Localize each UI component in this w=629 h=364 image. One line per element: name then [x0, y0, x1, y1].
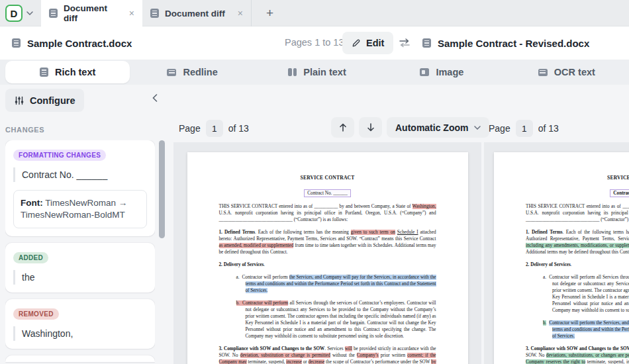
tab-plain-text[interactable]: Plain text	[255, 60, 379, 85]
change-quote: the	[13, 270, 147, 285]
page-count-label: of 13	[228, 123, 249, 134]
doc-paragraph: 2. Delivery of Services.	[526, 261, 629, 268]
page-label: Page	[489, 123, 510, 134]
left-document-viewport[interactable]: SERVICE CONTRACT Contract No. ______ THI…	[173, 142, 481, 364]
tab-rich-text[interactable]: Rich text	[5, 61, 130, 83]
rich-text-icon	[40, 68, 48, 77]
change-card-formatting[interactable]: FORMATTING CHANGES Contract No. ______ F…	[5, 140, 155, 236]
chevron-down-icon[interactable]	[26, 11, 33, 15]
window-tab-bar: D Document diff × Document diff × +	[0, 0, 629, 26]
font-change-label: Font:	[21, 198, 43, 208]
tab-label: OCR text	[554, 67, 595, 77]
right-file-group: Sample Contract - Revised.docx	[422, 26, 589, 60]
previous-page-button[interactable]	[331, 117, 354, 138]
change-card-added[interactable]: ADDED the	[5, 243, 155, 293]
document-icon	[422, 38, 431, 48]
redline-icon	[167, 69, 176, 76]
doc-paragraph: 1. Defined Terms. Each of the following …	[526, 229, 629, 255]
formatting-changes-badge: FORMATTING CHANGES	[13, 150, 106, 161]
next-page-button[interactable]	[359, 117, 382, 138]
left-file-group: Sample Contract.docx	[12, 26, 132, 60]
window-tab-2[interactable]: Document diff ×	[142, 0, 252, 26]
document-icon	[12, 38, 21, 48]
contract-no-box: Contract No. ______	[610, 189, 629, 197]
contract-no-line: Contract No. ______	[526, 185, 629, 197]
configure-button-label: Configure	[30, 95, 75, 106]
close-icon[interactable]: ×	[129, 8, 134, 19]
doc-paragraph: b. Contractor will perform all Services …	[236, 300, 436, 340]
tab-label: Rich text	[55, 67, 95, 77]
zoom-select-label: Automatic Zoom	[395, 122, 468, 133]
sliders-icon	[15, 96, 24, 105]
doc-title: SERVICE CONTRACT	[219, 175, 436, 181]
changes-heading: CHANGES	[5, 126, 44, 134]
changes-list[interactable]: FORMATTING CHANGES Contract No. ______ F…	[5, 140, 155, 364]
change-card-partial[interactable]	[5, 355, 155, 362]
document-icon	[150, 9, 159, 18]
change-quote: Washington,	[13, 326, 147, 341]
window-tab-label: Document diff	[64, 3, 123, 23]
changes-sidebar: Configure CHANGES FORMATTING CHANGES Con…	[0, 85, 172, 364]
tab-label: Redline	[183, 67, 217, 77]
tab-ocr-text[interactable]: OCR text	[505, 60, 629, 85]
tab-label: Image	[436, 67, 463, 77]
page-count-label: of 13	[538, 123, 559, 134]
doc-paragraph: b. Contractor will perform the Services,…	[543, 320, 629, 340]
right-pane-header: Page 1 of 13	[489, 118, 559, 139]
change-quote: Contract No. ______	[13, 167, 147, 182]
doc-paragraph: a. Contractor will perform all Services …	[543, 274, 629, 314]
swap-documents-icon[interactable]	[399, 38, 411, 48]
revised-document-page: SERVICE CONTRACT Contract No. ______ THI…	[494, 152, 629, 364]
tab-label: Plain text	[303, 67, 346, 77]
left-file-name: Sample Contract.docx	[27, 38, 132, 49]
contract-no-line: Contract No. ______	[219, 185, 436, 197]
close-icon[interactable]: ×	[238, 8, 243, 19]
pencil-icon	[352, 38, 361, 48]
window-tab-1[interactable]: Document diff ×	[41, 0, 142, 26]
doc-title: SERVICE CONTRACT	[526, 175, 629, 181]
edit-button[interactable]: Edit	[342, 32, 393, 54]
configure-button[interactable]: Configure	[5, 89, 84, 112]
image-icon	[420, 68, 429, 76]
plain-text-icon	[288, 68, 297, 76]
app-logo-letter: D	[11, 8, 18, 19]
zoom-select[interactable]: Automatic Zoom	[387, 117, 489, 138]
left-pane-header: Page 1 of 13	[179, 118, 249, 139]
contract-no-box: Contract No. ______	[304, 189, 351, 197]
right-file-name: Sample Contract - Revised.docx	[438, 38, 589, 49]
tab-redline[interactable]: Redline	[130, 60, 254, 85]
change-card-removed[interactable]: REMOVED Washington,	[5, 299, 155, 349]
file-header: Sample Contract.docx Pages 1 to 13 Edit …	[0, 26, 629, 60]
collapse-sidebar-icon[interactable]	[152, 94, 158, 102]
document-panes: Page 1 of 13 Automatic Zoom Page 1 of 13	[172, 85, 629, 364]
content-area: Configure CHANGES FORMATTING CHANGES Con…	[0, 85, 629, 364]
doc-body: THIS SERVICE CONTRACT entered into as of…	[526, 203, 629, 364]
window-tab-label: Document diff	[165, 9, 225, 19]
tab-image[interactable]: Image	[379, 60, 504, 85]
doc-paragraph: 1. Defined Terms. Each of the following …	[219, 229, 436, 255]
doc-paragraph: 3. Compliance with SOW and Changes to th…	[219, 345, 436, 364]
pages-range-label: Pages 1 to 13	[285, 37, 344, 48]
added-badge: ADDED	[13, 252, 48, 263]
chevron-down-icon	[474, 126, 481, 130]
doc-paragraph: 2. Delivery of Services.	[219, 261, 436, 268]
edit-button-label: Edit	[366, 38, 384, 48]
right-document-viewport[interactable]: SERVICE CONTRACT Contract No. ______ THI…	[484, 142, 629, 364]
font-change-detail: Font: TimesNewRoman → TimesNewRoman-Bold…	[13, 190, 147, 228]
original-document-page: SERVICE CONTRACT Contract No. ______ THI…	[187, 152, 468, 364]
document-icon	[49, 9, 58, 18]
page-nav-cluster: Automatic Zoom	[331, 117, 489, 138]
ocr-text-icon	[538, 69, 548, 76]
doc-paragraph: THIS SERVICE CONTRACT entered into as of…	[219, 203, 436, 223]
app-logo[interactable]: D	[5, 5, 23, 22]
page-number-input[interactable]: 1	[516, 120, 533, 137]
view-mode-tabs: Rich text Redline Plain text Image OCR t…	[0, 60, 629, 85]
doc-body: THIS SERVICE CONTRACT entered into as of…	[219, 203, 436, 364]
page-label: Page	[179, 123, 201, 134]
page-number-input[interactable]: 1	[206, 120, 223, 137]
sidebar-scrollbar[interactable]	[159, 140, 165, 238]
doc-paragraph: 3. Compliance with SOW and Changes to th…	[526, 345, 629, 364]
doc-paragraph: a. Contractor will perform the Services,…	[236, 274, 436, 294]
doc-paragraph: THIS SERVICE CONTRACT entered into as of…	[526, 203, 629, 223]
new-tab-button[interactable]: +	[266, 6, 273, 21]
